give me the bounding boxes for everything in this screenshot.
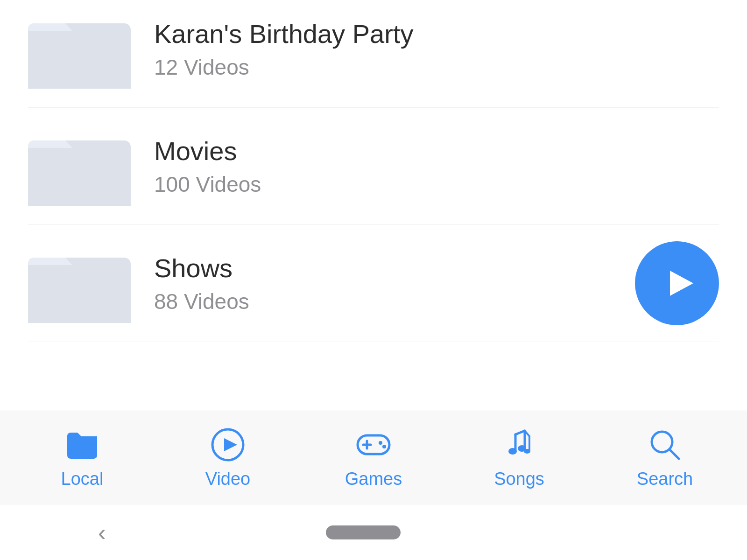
tab-games[interactable]: Games [301, 426, 446, 489]
folder-name-movies: Movies [154, 136, 719, 166]
svg-point-17 [524, 449, 530, 454]
svg-rect-5 [28, 265, 131, 323]
play-button-shows[interactable] [635, 241, 719, 325]
svg-marker-8 [224, 438, 237, 451]
svg-point-14 [508, 448, 517, 455]
svg-rect-1 [28, 31, 131, 89]
svg-point-13 [382, 445, 386, 448]
folder-count-movies: 100 Videos [154, 172, 719, 197]
tab-search[interactable]: Search [592, 426, 738, 489]
back-button[interactable]: ‹ [93, 514, 111, 551]
content-area: Karan's Birthday Party 12 Videos Movies … [0, 0, 747, 411]
tab-songs[interactable]: Songs [446, 426, 592, 489]
tab-local-label: Local [61, 469, 104, 489]
svg-marker-6 [670, 271, 693, 296]
folder-item-movies[interactable]: Movies 100 Videos [28, 108, 719, 225]
tab-bar: Local Video Games [0, 411, 747, 504]
svg-point-12 [379, 441, 382, 445]
svg-rect-3 [28, 148, 131, 206]
games-icon [355, 426, 392, 463]
folder-item-birthday[interactable]: Karan's Birthday Party 12 Videos [28, 0, 719, 108]
folder-name-shows: Shows [154, 253, 719, 283]
folder-count-shows: 88 Videos [154, 289, 719, 314]
home-indicator[interactable] [326, 525, 401, 539]
svg-line-20 [669, 449, 679, 459]
folder-icon-birthday [28, 9, 131, 89]
play-icon [663, 267, 696, 300]
search-icon [646, 426, 684, 463]
folder-icon-shows [28, 244, 131, 323]
folder-info-shows: Shows 88 Videos [154, 253, 719, 314]
tab-songs-label: Songs [494, 469, 544, 489]
video-icon [209, 426, 247, 463]
songs-icon [500, 426, 538, 463]
tab-search-label: Search [637, 469, 693, 489]
folder-icon-movies [28, 126, 131, 206]
bottom-bar: ‹ [0, 504, 747, 560]
tab-games-label: Games [345, 469, 402, 489]
tab-video-label: Video [205, 469, 251, 489]
tab-local[interactable]: Local [9, 426, 155, 489]
folder-item-shows[interactable]: Shows 88 Videos [28, 225, 719, 342]
svg-line-16 [515, 431, 525, 434]
folder-count-birthday: 12 Videos [154, 55, 719, 80]
local-icon [63, 426, 101, 463]
folder-name-birthday: Karan's Birthday Party [154, 19, 719, 49]
folder-info-birthday: Karan's Birthday Party 12 Videos [154, 19, 719, 80]
folder-info-movies: Movies 100 Videos [154, 136, 719, 197]
tab-video[interactable]: Video [155, 426, 301, 489]
